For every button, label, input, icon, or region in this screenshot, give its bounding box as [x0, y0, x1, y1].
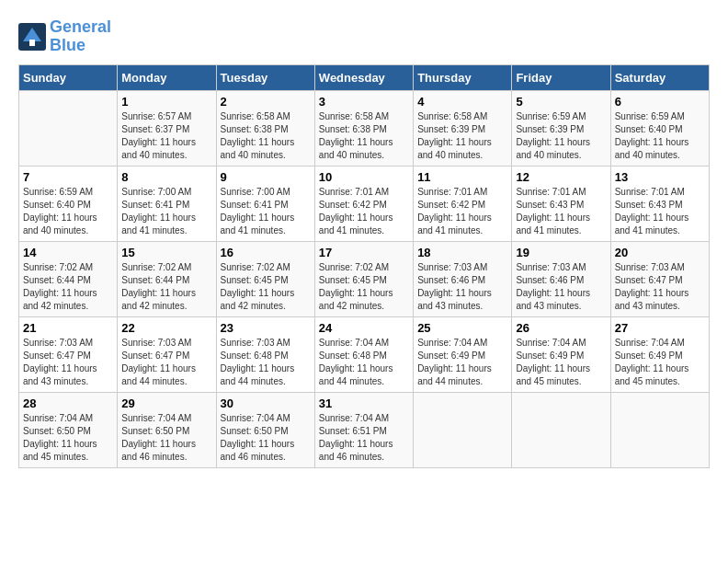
day-number: 3 [319, 95, 409, 109]
calendar-cell: 13Sunrise: 7:01 AMSunset: 6:43 PMDayligh… [610, 166, 709, 241]
day-info: Sunrise: 7:03 AMSunset: 6:46 PMDaylight:… [516, 261, 606, 313]
calendar-cell: 28Sunrise: 7:04 AMSunset: 6:50 PMDayligh… [19, 392, 118, 467]
calendar-week-row: 21Sunrise: 7:03 AMSunset: 6:47 PMDayligh… [19, 316, 710, 392]
weekday-header: Tuesday [216, 64, 314, 90]
day-number: 28 [23, 396, 113, 410]
calendar-cell: 17Sunrise: 7:02 AMSunset: 6:45 PMDayligh… [314, 241, 413, 316]
day-info: Sunrise: 6:58 AMSunset: 6:38 PMDaylight:… [221, 110, 311, 162]
day-number: 25 [417, 321, 507, 335]
calendar-cell: 15Sunrise: 7:02 AMSunset: 6:44 PMDayligh… [118, 241, 216, 316]
calendar-cell: 5Sunrise: 6:59 AMSunset: 6:39 PMDaylight… [512, 90, 610, 166]
calendar-week-row: 28Sunrise: 7:04 AMSunset: 6:50 PMDayligh… [19, 392, 710, 467]
calendar-cell: 25Sunrise: 7:04 AMSunset: 6:49 PMDayligh… [414, 316, 512, 392]
day-number: 17 [319, 246, 409, 259]
calendar-week-row: 1Sunrise: 6:57 AMSunset: 6:37 PMDaylight… [19, 90, 710, 166]
calendar-cell: 4Sunrise: 6:58 AMSunset: 6:39 PMDaylight… [414, 90, 512, 166]
day-number: 13 [615, 170, 705, 184]
day-info: Sunrise: 6:58 AMSunset: 6:38 PMDaylight:… [319, 110, 409, 162]
day-number: 5 [516, 95, 606, 109]
calendar-cell: 24Sunrise: 7:04 AMSunset: 6:48 PMDayligh… [314, 316, 413, 392]
weekday-header: Thursday [414, 64, 512, 90]
page-header: GeneralBlue [18, 18, 710, 55]
day-number: 16 [221, 246, 311, 259]
day-info: Sunrise: 7:04 AMSunset: 6:50 PMDaylight:… [221, 412, 311, 464]
calendar-cell: 26Sunrise: 7:04 AMSunset: 6:49 PMDayligh… [512, 316, 610, 392]
svg-rect-2 [29, 40, 35, 46]
calendar-cell: 30Sunrise: 7:04 AMSunset: 6:50 PMDayligh… [216, 392, 314, 467]
day-number: 11 [417, 170, 507, 184]
day-info: Sunrise: 7:03 AMSunset: 6:48 PMDaylight:… [221, 337, 311, 388]
calendar-cell: 2Sunrise: 6:58 AMSunset: 6:38 PMDaylight… [216, 90, 314, 166]
day-number: 7 [23, 170, 113, 184]
day-info: Sunrise: 7:04 AMSunset: 6:50 PMDaylight:… [121, 412, 211, 464]
calendar-cell: 29Sunrise: 7:04 AMSunset: 6:50 PMDayligh… [118, 392, 216, 467]
day-number: 14 [23, 246, 113, 259]
day-info: Sunrise: 7:03 AMSunset: 6:47 PMDaylight:… [121, 337, 211, 388]
day-number: 20 [615, 246, 705, 259]
calendar-cell [512, 392, 610, 467]
day-number: 6 [615, 95, 705, 109]
day-info: Sunrise: 7:02 AMSunset: 6:44 PMDaylight:… [121, 261, 211, 313]
day-info: Sunrise: 6:59 AMSunset: 6:40 PMDaylight:… [615, 110, 705, 162]
day-number: 31 [319, 396, 409, 410]
day-number: 26 [516, 321, 606, 335]
day-number: 1 [121, 95, 211, 109]
calendar-week-row: 14Sunrise: 7:02 AMSunset: 6:44 PMDayligh… [19, 241, 710, 316]
calendar-cell: 1Sunrise: 6:57 AMSunset: 6:37 PMDaylight… [118, 90, 216, 166]
calendar-table: SundayMondayTuesdayWednesdayThursdayFrid… [18, 64, 710, 468]
day-number: 10 [319, 170, 409, 184]
logo: GeneralBlue [18, 18, 111, 55]
calendar-cell: 7Sunrise: 6:59 AMSunset: 6:40 PMDaylight… [19, 166, 118, 241]
day-info: Sunrise: 7:02 AMSunset: 6:44 PMDaylight:… [23, 261, 113, 313]
calendar-cell: 19Sunrise: 7:03 AMSunset: 6:46 PMDayligh… [512, 241, 610, 316]
logo-icon [18, 23, 46, 51]
day-info: Sunrise: 7:01 AMSunset: 6:42 PMDaylight:… [417, 186, 507, 237]
calendar-cell: 9Sunrise: 7:00 AMSunset: 6:41 PMDaylight… [216, 166, 314, 241]
day-info: Sunrise: 7:03 AMSunset: 6:47 PMDaylight:… [23, 337, 113, 388]
day-number: 23 [221, 321, 311, 335]
day-info: Sunrise: 7:04 AMSunset: 6:49 PMDaylight:… [417, 337, 507, 388]
day-number: 12 [516, 170, 606, 184]
calendar-cell [414, 392, 512, 467]
calendar-cell [610, 392, 709, 467]
day-number: 4 [417, 95, 507, 109]
day-number: 22 [121, 321, 211, 335]
calendar-cell: 8Sunrise: 7:00 AMSunset: 6:41 PMDaylight… [118, 166, 216, 241]
day-number: 27 [615, 321, 705, 335]
calendar-week-row: 7Sunrise: 6:59 AMSunset: 6:40 PMDaylight… [19, 166, 710, 241]
calendar-cell: 10Sunrise: 7:01 AMSunset: 6:42 PMDayligh… [314, 166, 413, 241]
day-info: Sunrise: 7:01 AMSunset: 6:43 PMDaylight:… [615, 186, 705, 237]
day-number: 24 [319, 321, 409, 335]
day-number: 9 [221, 170, 311, 184]
calendar-cell: 23Sunrise: 7:03 AMSunset: 6:48 PMDayligh… [216, 316, 314, 392]
day-number: 30 [221, 396, 311, 410]
day-info: Sunrise: 7:04 AMSunset: 6:49 PMDaylight:… [516, 337, 606, 388]
calendar-cell: 27Sunrise: 7:04 AMSunset: 6:49 PMDayligh… [610, 316, 709, 392]
weekday-header: Friday [512, 64, 610, 90]
day-number: 15 [121, 246, 211, 259]
weekday-header-row: SundayMondayTuesdayWednesdayThursdayFrid… [19, 64, 710, 90]
day-info: Sunrise: 7:01 AMSunset: 6:42 PMDaylight:… [319, 186, 409, 237]
day-info: Sunrise: 6:57 AMSunset: 6:37 PMDaylight:… [121, 110, 211, 162]
day-number: 21 [23, 321, 113, 335]
calendar-cell: 31Sunrise: 7:04 AMSunset: 6:51 PMDayligh… [314, 392, 413, 467]
day-info: Sunrise: 7:04 AMSunset: 6:51 PMDaylight:… [319, 412, 409, 464]
day-info: Sunrise: 7:02 AMSunset: 6:45 PMDaylight:… [221, 261, 311, 313]
weekday-header: Monday [118, 64, 216, 90]
day-info: Sunrise: 7:01 AMSunset: 6:43 PMDaylight:… [516, 186, 606, 237]
day-number: 18 [417, 246, 507, 259]
calendar-cell: 14Sunrise: 7:02 AMSunset: 6:44 PMDayligh… [19, 241, 118, 316]
calendar-cell: 16Sunrise: 7:02 AMSunset: 6:45 PMDayligh… [216, 241, 314, 316]
calendar-cell: 21Sunrise: 7:03 AMSunset: 6:47 PMDayligh… [19, 316, 118, 392]
calendar-cell: 18Sunrise: 7:03 AMSunset: 6:46 PMDayligh… [414, 241, 512, 316]
day-info: Sunrise: 7:00 AMSunset: 6:41 PMDaylight:… [221, 186, 311, 237]
day-info: Sunrise: 6:58 AMSunset: 6:39 PMDaylight:… [417, 110, 507, 162]
calendar-cell: 6Sunrise: 6:59 AMSunset: 6:40 PMDaylight… [610, 90, 709, 166]
day-info: Sunrise: 7:00 AMSunset: 6:41 PMDaylight:… [121, 186, 211, 237]
calendar-cell: 11Sunrise: 7:01 AMSunset: 6:42 PMDayligh… [414, 166, 512, 241]
day-info: Sunrise: 7:03 AMSunset: 6:47 PMDaylight:… [615, 261, 705, 313]
day-number: 8 [121, 170, 211, 184]
logo-text: GeneralBlue [50, 18, 111, 55]
day-info: Sunrise: 7:02 AMSunset: 6:45 PMDaylight:… [319, 261, 409, 313]
day-number: 29 [121, 396, 211, 410]
